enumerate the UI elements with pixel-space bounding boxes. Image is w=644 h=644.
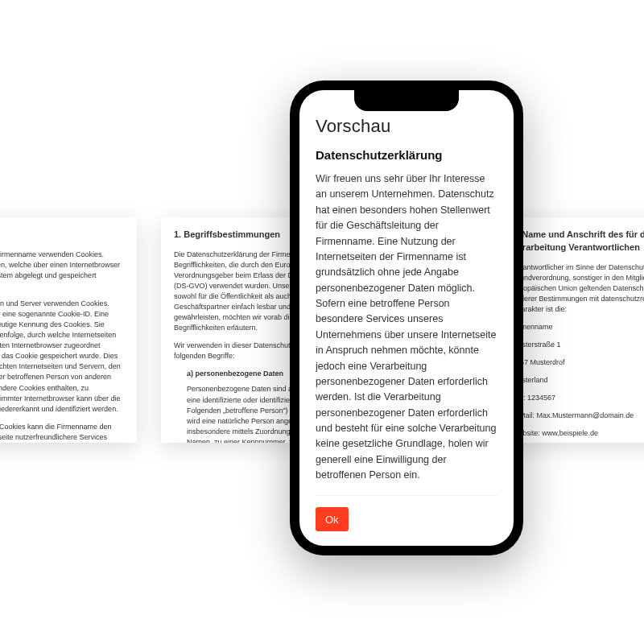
phone-frame: Vorschau Datenschutzerklärung Wir freuen… xyxy=(290,80,523,555)
preview-body: Wir freuen uns sehr über Ihr Interesse a… xyxy=(316,171,497,495)
card-name-p1: Verantwortlicher im Sinne der Datenschut… xyxy=(512,262,644,315)
preview-footer: Ok xyxy=(316,495,497,531)
preview-subtitle: Datenschutzerklärung xyxy=(316,148,497,162)
card-cookies: 3. Cookies Die Internetseiten der Firmen… xyxy=(0,217,137,443)
ok-button[interactable]: Ok xyxy=(316,507,349,531)
card-name-l5: Tel.: 1234567 xyxy=(512,393,644,403)
card-name-l7: Website: www.beispiele.de xyxy=(512,428,644,439)
preview-p1: Wir freuen uns sehr über Ihr Interesse a… xyxy=(316,171,497,484)
card-name-l4: Musterland xyxy=(512,375,644,386)
composition: 3. Cookies Die Internetseiten der Firmen… xyxy=(0,0,644,644)
card-name-l3: 1567 Musterdrof xyxy=(512,357,644,368)
card-cookies-heading: 3. Cookies xyxy=(0,229,124,242)
card-cookies-p1: Die Internetseiten der Firmenname verwen… xyxy=(0,250,124,291)
preview-title: Vorschau xyxy=(316,116,497,137)
card-name-l1: Firmenname xyxy=(512,322,644,332)
card-name-heading: 2. Name und Anschrift des für die Verarb… xyxy=(512,229,644,254)
card-cookies-p3: Durch den Einsatz von Cookies kann die F… xyxy=(0,422,124,443)
phone-notch xyxy=(354,90,459,111)
phone-screen: Vorschau Datenschutzerklärung Wir freuen… xyxy=(299,90,514,546)
card-name-l6: E-Mail: Max.Mustermann@domain.de xyxy=(512,411,644,421)
card-name-l2: Musterstraße 1 xyxy=(512,340,644,350)
card-cookies-p2: Zahlreiche Internetseiten und Server ver… xyxy=(0,299,124,415)
